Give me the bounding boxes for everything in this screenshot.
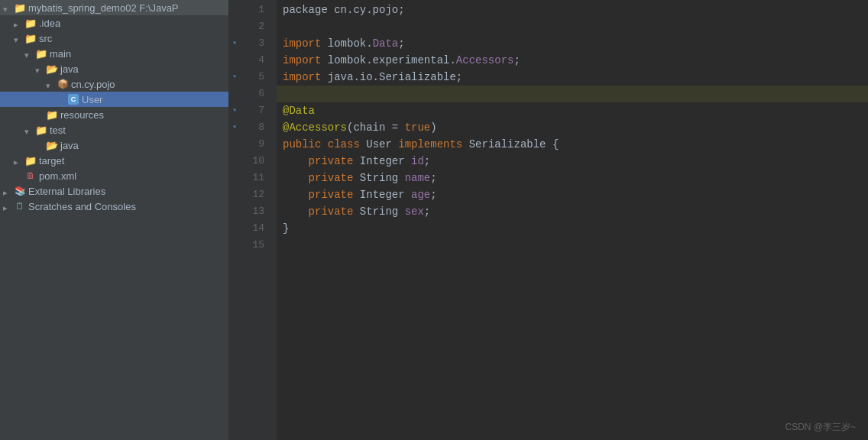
folder-icon: 📁 — [35, 124, 47, 136]
token: lombok. — [328, 35, 373, 52]
token: Serializable — [469, 136, 552, 153]
token: Accessors — [456, 52, 514, 69]
code-content[interactable]: package cn.cy.pojo; import lombok.Data;i… — [277, 0, 868, 440]
token — [283, 170, 309, 186]
code-line-1[interactable]: package cn.cy.pojo; — [277, 2, 868, 18]
token: } — [283, 220, 289, 237]
fold-slot-10 — [229, 153, 240, 170]
code-line-10[interactable]: private Integer id; — [277, 153, 868, 170]
chevron-down-icon — [35, 64, 44, 73]
sidebar-item-pom.xml[interactable]: 🗎pom.xml — [0, 168, 228, 183]
fold-slot-15 — [229, 237, 240, 254]
token: import — [283, 69, 328, 86]
chevron-right-icon — [3, 186, 12, 196]
editor: ▾▾▾▾ 123456789101112131415 package cn.cy… — [229, 0, 868, 440]
sidebar-item-label-ext-libs: External Libraries — [28, 186, 105, 197]
package-icon: 📦 — [57, 78, 69, 90]
code-line-15[interactable] — [277, 237, 868, 254]
line-number-5: 5 — [258, 69, 270, 86]
scratch-icon: 🗒 — [14, 200, 26, 212]
token: User — [366, 136, 398, 153]
code-line-5[interactable]: import java.io.Serializable; — [277, 69, 868, 86]
token: ; — [430, 186, 436, 203]
code-line-7[interactable]: @Data — [277, 102, 868, 119]
fold-slot-5[interactable]: ▾ — [229, 69, 240, 86]
sidebar-item-label-test: test — [50, 125, 66, 136]
token: implements — [398, 136, 468, 153]
fold-slot-14 — [229, 220, 240, 237]
token: public — [283, 136, 328, 153]
sidebar-item-java2[interactable]: 📂java — [0, 138, 228, 153]
token: import — [283, 52, 328, 69]
fold-slot-11 — [229, 170, 240, 186]
token: true — [405, 119, 431, 136]
chevron-right-icon — [14, 156, 23, 165]
token: private — [309, 170, 360, 186]
token: (chain = — [347, 119, 405, 136]
code-line-2[interactable] — [277, 18, 868, 35]
token: lombok.experimental. — [328, 52, 456, 69]
sidebar-item-label-pom.xml: pom.xml — [39, 170, 76, 182]
sidebar-item-root[interactable]: 📁mybatis_spring_demo02 F:\JavaP — [0, 0, 228, 15]
xml-icon: 🗎 — [24, 170, 37, 182]
sidebar-item-cn.cy.pojo[interactable]: 📦cn.cy.pojo — [0, 76, 228, 92]
sidebar-item-idea[interactable]: 📁.idea — [0, 15, 228, 31]
folder-icon: 📁 — [35, 47, 47, 60]
token: private — [309, 186, 360, 203]
chevron-down-icon — [46, 79, 55, 89]
token — [283, 203, 309, 220]
sidebar-item-java[interactable]: 📂java — [0, 61, 228, 76]
token — [283, 186, 309, 203]
code-line-12[interactable]: private Integer age; — [277, 186, 868, 203]
token: Data — [373, 35, 399, 52]
sidebar-item-ext-libs[interactable]: 📚External Libraries — [0, 183, 228, 199]
folder-icon: 📁 — [24, 32, 37, 44]
token — [283, 153, 309, 170]
sidebar-item-label-target: target — [39, 155, 64, 167]
sidebar-item-label-java2: java — [60, 140, 79, 151]
chevron-down-icon — [24, 49, 34, 58]
sidebar-item-target[interactable]: 📁target — [0, 153, 228, 168]
line-number-6: 6 — [258, 86, 270, 102]
sidebar-item-User[interactable]: CUser — [0, 92, 228, 107]
code-line-3[interactable]: import lombok.Data; — [277, 35, 868, 52]
fold-slot-6 — [229, 86, 240, 102]
fold-slot-3[interactable]: ▾ — [229, 35, 240, 52]
sidebar-item-src[interactable]: 📁src — [0, 31, 228, 46]
folder-blue-icon: 📂 — [46, 63, 58, 75]
code-line-8[interactable]: @Accessors(chain = true) — [277, 119, 868, 136]
sidebar-item-scratches[interactable]: 🗒Scratches and Consoles — [0, 199, 228, 214]
token: age — [411, 186, 430, 203]
code-line-4[interactable]: import lombok.experimental.Accessors; — [277, 52, 868, 69]
token: name — [405, 170, 431, 186]
sidebar-item-label-src: src — [39, 33, 52, 44]
code-line-13[interactable]: private String sex; — [277, 203, 868, 220]
line-number-13: 13 — [252, 203, 270, 220]
token: @Accessors — [283, 119, 347, 136]
token: ; — [424, 203, 430, 220]
fold-slot-8[interactable]: ▾ — [229, 119, 240, 136]
sidebar-item-main[interactable]: 📁main — [0, 46, 228, 61]
fold-slot-13 — [229, 203, 240, 220]
token: Integer — [360, 153, 411, 170]
fold-gutter: ▾▾▾▾ — [229, 0, 240, 440]
chevron-down-icon — [3, 3, 12, 12]
token: String — [360, 203, 405, 220]
fold-slot-7[interactable]: ▾ — [229, 102, 240, 119]
token: private — [309, 203, 360, 220]
sidebar-item-resources[interactable]: 📁resources — [0, 107, 228, 122]
code-line-9[interactable]: public class User implements Serializabl… — [277, 136, 868, 153]
fold-slot-2 — [229, 18, 240, 35]
code-line-6[interactable] — [277, 86, 868, 102]
chevron-down-icon — [24, 125, 34, 134]
sidebar-item-label-cn.cy.pojo: cn.cy.pojo — [71, 79, 115, 90]
fold-slot-12 — [229, 186, 240, 203]
code-line-14[interactable]: } — [277, 220, 868, 237]
token: ; — [430, 170, 436, 186]
sidebar-item-label-java: java — [60, 63, 79, 75]
sidebar-item-test[interactable]: 📁test — [0, 122, 228, 138]
line-number-15: 15 — [252, 237, 270, 254]
library-icon: 📚 — [14, 185, 26, 197]
code-line-11[interactable]: private String name; — [277, 170, 868, 186]
chevron-right-icon — [3, 202, 12, 211]
